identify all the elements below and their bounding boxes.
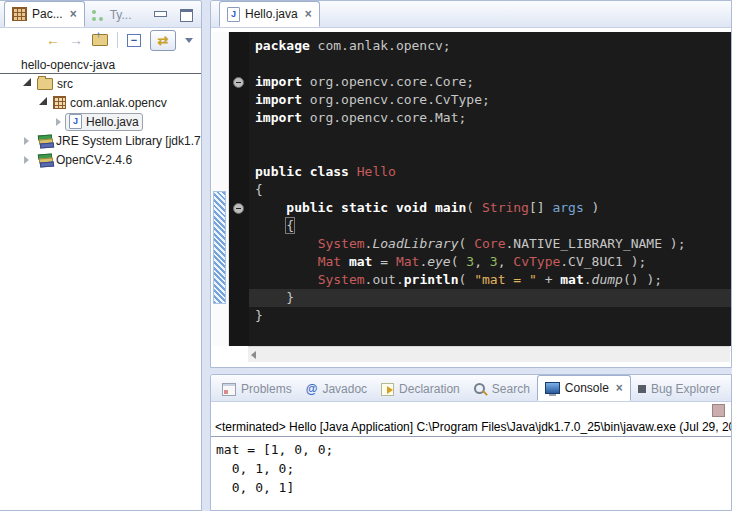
source-folder-icon (37, 78, 53, 90)
type-hierarchy-icon (92, 10, 96, 14)
up-arrow-glyph: ↑ (96, 29, 101, 40)
tree-item-hello-opencv-java[interactable]: hello-opencv-java (0, 55, 201, 74)
tab-label: Search (492, 382, 530, 396)
tree-label-box: OpenCV-2.4.6 (33, 151, 136, 169)
tab-bug[interactable]: Bug (727, 377, 732, 401)
tree-label-box: JRE System Library [jdk1.7.0 (33, 132, 201, 150)
editor-body: package com.anlak.opencv;import org.open… (212, 32, 732, 346)
close-icon[interactable]: × (70, 9, 77, 19)
tab-search[interactable]: Search (467, 377, 537, 401)
code-line[interactable]: System.LoadLibrary( Core.NATIVE_LIBRARY_… (249, 235, 732, 253)
tree-item-hello-java[interactable]: JHello.java (0, 112, 201, 131)
code-line[interactable]: } (249, 289, 732, 307)
eclipse-window: Pac... × Ty... ← → ↑ − ⇄ hello-opencv-ja… (0, 0, 732, 511)
bug-square-icon (638, 385, 646, 393)
forward-icon[interactable]: → (69, 33, 83, 47)
tab-javadoc[interactable]: @Javadoc (299, 377, 374, 401)
code-line[interactable]: package com.anlak.opencv; (249, 37, 732, 55)
collapse-all-icon[interactable]: − (127, 34, 141, 47)
editor-tabbar: J Hello.java × (211, 1, 731, 28)
tree-label-box: src (33, 75, 77, 93)
tab-declaration[interactable]: Declaration (374, 377, 467, 401)
tab-hello-java[interactable]: J Hello.java × (219, 1, 320, 27)
collapsed-arrow-icon[interactable] (20, 137, 33, 145)
tab-label: Problems (241, 382, 292, 396)
console-status-line: <terminated> Hello [Java Application] C:… (211, 418, 731, 437)
tree-item-src[interactable]: src (0, 74, 201, 93)
library-icon (37, 154, 52, 166)
javadoc-icon: @ (306, 383, 318, 395)
console-output[interactable]: mat = [1, 0, 0; 0, 1, 0; 0, 0, 1] (211, 437, 731, 497)
view-window-controls (154, 9, 193, 22)
minimize-icon[interactable] (154, 11, 167, 17)
code-line[interactable] (249, 145, 732, 163)
tab-bug-explorer[interactable]: Bug Explorer (631, 377, 727, 401)
console-output-line: 0, 0, 1] (216, 478, 731, 497)
package-explorer-icon (12, 7, 27, 21)
tab-label: Pac... (32, 7, 63, 21)
code-line[interactable]: public static void main( String[] args ) (249, 199, 732, 217)
package-explorer-view: Pac... × Ty... ← → ↑ − ⇄ hello-opencv-ja… (0, 0, 202, 511)
link-with-editor-icon[interactable]: ⇄ (150, 30, 176, 51)
fold-minus-icon[interactable] (233, 77, 244, 88)
package-explorer-toolbar: ← → ↑ − ⇄ (0, 28, 201, 52)
code-line[interactable]: System.out.println( "mat = " + mat.dump(… (249, 271, 732, 289)
java-file-icon: J (69, 114, 82, 129)
go-into-icon[interactable]: ↑ (92, 34, 108, 46)
project-tree: hello-opencv-javasrccom.anlak.opencvJHel… (0, 52, 201, 169)
fold-gutter (229, 32, 249, 346)
console-tabbar: Problems@JavadocDeclarationSearchConsole… (211, 375, 731, 402)
package-explorer-tabbar: Pac... × Ty... (0, 1, 201, 28)
code-line[interactable]: import org.opencv.core.CvType; (249, 91, 732, 109)
code-line[interactable] (249, 55, 732, 73)
maximize-icon[interactable] (180, 9, 193, 22)
tree-item-jre-system-library-jdk1-7-0[interactable]: JRE System Library [jdk1.7.0 (0, 131, 201, 150)
code-line[interactable]: public class Hello (249, 163, 732, 181)
package-icon (53, 96, 66, 109)
tab-label: Bug Explorer (651, 382, 720, 396)
tab-label: Declaration (399, 382, 460, 396)
close-icon[interactable]: × (616, 383, 623, 393)
code-line[interactable]: { (249, 217, 732, 235)
tree-item-com-anlak-opencv[interactable]: com.anlak.opencv (0, 93, 201, 112)
console-toolbar-icon[interactable] (712, 404, 725, 417)
tab-console[interactable]: Console× (537, 375, 631, 401)
tree-label-box: com.anlak.opencv (49, 94, 171, 112)
tab-problems[interactable]: Problems (215, 377, 299, 401)
tree-item-label: hello-opencv-java (21, 58, 115, 72)
tree-item-label: com.anlak.opencv (70, 96, 167, 110)
declaration-icon (381, 383, 394, 396)
editor-view: J Hello.java × package com.anlak.opencv;… (210, 0, 732, 368)
code-line[interactable]: } (249, 307, 732, 325)
console-output-line: mat = [1, 0, 0; (216, 440, 731, 459)
view-menu-icon[interactable] (185, 38, 193, 43)
tab-package-explorer[interactable]: Pac... × (4, 1, 85, 27)
tree-item-label: JRE System Library [jdk1.7.0 (56, 134, 201, 148)
code-line[interactable] (249, 127, 732, 145)
tab-label: Hello.java (245, 7, 298, 21)
code-line[interactable]: { (249, 181, 732, 199)
scroll-left-icon[interactable] (251, 351, 256, 359)
tab-label: Javadoc (322, 382, 367, 396)
code-area[interactable]: package com.anlak.opencv;import org.open… (249, 32, 732, 346)
back-icon[interactable]: ← (46, 33, 60, 47)
search-icon (474, 383, 487, 396)
expanded-arrow-icon[interactable] (20, 81, 33, 86)
tree-item-label: src (57, 77, 73, 91)
code-line[interactable]: import org.opencv.core.Core; (249, 73, 732, 91)
range-indicator (213, 191, 226, 304)
tab-type-hierarchy[interactable]: Ty... (85, 3, 139, 27)
horizontal-scrollbar[interactable] (248, 346, 730, 362)
collapsed-arrow-icon[interactable] (52, 118, 65, 126)
expanded-arrow-icon[interactable] (36, 100, 49, 105)
tree-item-opencv-2-4-6[interactable]: OpenCV-2.4.6 (0, 150, 201, 169)
marker-bar (212, 32, 229, 346)
collapsed-arrow-icon[interactable] (20, 156, 33, 164)
code-line[interactable]: Mat mat = Mat.eye( 3, 3, CvType.CV_8UC1 … (249, 253, 732, 271)
fold-minus-icon[interactable] (233, 203, 244, 214)
console-view: Problems@JavadocDeclarationSearchConsole… (210, 374, 732, 511)
problems-icon (222, 383, 236, 396)
console-output-line: 0, 1, 0; (216, 459, 731, 478)
close-icon[interactable]: × (305, 9, 312, 19)
code-line[interactable]: import org.opencv.core.Mat; (249, 109, 732, 127)
